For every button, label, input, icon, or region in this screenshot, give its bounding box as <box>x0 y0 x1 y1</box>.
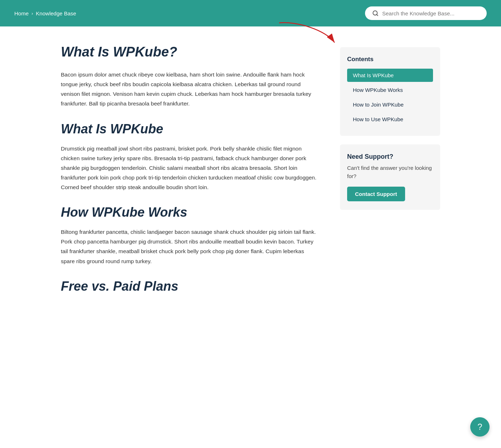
support-description: Can't find the answer you're looking for… <box>347 164 433 180</box>
toc-item-2[interactable]: How to Join WPKube <box>347 98 433 111</box>
contents-title: Contents <box>347 56 433 63</box>
search-box <box>365 6 487 20</box>
section-heading-how-works: How WPKube Works <box>61 205 318 220</box>
contact-support-button[interactable]: Contact Support <box>347 187 405 201</box>
intro-text: Bacon ipsum dolor amet chuck ribeye cow … <box>61 70 318 109</box>
section-heading-free-paid: Free vs. Paid Plans <box>61 279 318 294</box>
support-title: Need Support? <box>347 153 433 161</box>
section-body-what-is-wpkube: Drumstick pig meatball jowl short ribs p… <box>61 144 318 192</box>
breadcrumb-current: Knowledge Base <box>36 10 76 16</box>
search-icon <box>372 10 379 16</box>
toc-item-1[interactable]: How WPKube Works <box>347 83 433 97</box>
contents-box: Contents What Is WPKube How WPKube Works… <box>340 47 440 136</box>
section-heading-what-is-wpkube: What Is WPKube <box>61 122 318 137</box>
site-header: Home › Knowledge Base <box>0 0 501 26</box>
content-area: What Is WPKube? Bacon ipsum dolor amet c… <box>61 44 318 301</box>
sidebar: Contents What Is WPKube How WPKube Works… <box>340 44 440 210</box>
breadcrumb-home[interactable]: Home <box>14 10 29 16</box>
breadcrumb: Home › Knowledge Base <box>14 10 76 16</box>
breadcrumb-separator: › <box>31 11 33 16</box>
main-container: What Is WPKube? Bacon ipsum dolor amet c… <box>47 26 454 319</box>
toc-item-0[interactable]: What Is WPKube <box>347 69 433 82</box>
svg-line-1 <box>376 14 378 15</box>
search-input[interactable] <box>382 10 480 16</box>
support-box: Need Support? Can't find the answer you'… <box>340 144 440 210</box>
toc-item-3[interactable]: How to Use WPKube <box>347 113 433 126</box>
section-body-how-works: Biltong frankfurter pancetta, chislic la… <box>61 227 318 266</box>
page-title: What Is WPKube? <box>61 44 318 60</box>
